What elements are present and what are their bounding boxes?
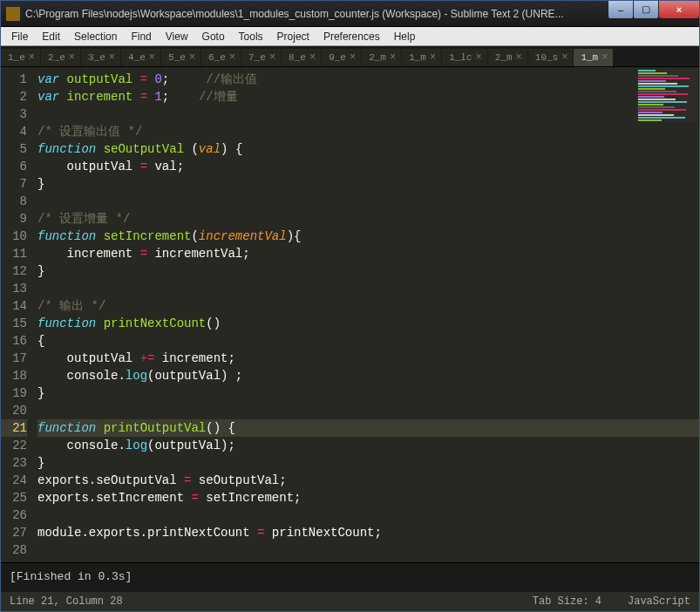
tab-label: 2_m: [369, 52, 386, 63]
line-number: 18: [1, 367, 27, 384]
tab-label: 10_s: [535, 52, 558, 63]
editor-area[interactable]: 1234567891011121314151617181920212223242…: [1, 67, 699, 562]
close-icon[interactable]: ×: [350, 51, 356, 64]
code-line[interactable]: function printOutputVal() {: [37, 419, 699, 437]
menu-find[interactable]: Find: [124, 29, 158, 44]
editor-tab[interactable]: 1_lc×: [442, 49, 487, 66]
close-icon[interactable]: ×: [390, 51, 396, 64]
menu-goto[interactable]: Goto: [195, 29, 232, 44]
code-editor[interactable]: var outputVal = 0; //输出值 var increment =…: [37, 67, 699, 562]
line-number: 27: [1, 524, 27, 541]
line-number: 26: [1, 507, 27, 524]
editor-tab[interactable]: 3_e×: [81, 49, 120, 66]
minimap-line: [638, 96, 664, 98]
close-icon[interactable]: ×: [149, 51, 155, 64]
code-line[interactable]: {: [37, 334, 44, 348]
line-number-gutter: 1234567891011121314151617181920212223242…: [1, 67, 37, 562]
code-line[interactable]: console.log(outputVal);: [37, 439, 235, 452]
minimap[interactable]: [636, 69, 697, 121]
line-number: 23: [1, 454, 27, 472]
minimap-line: [638, 75, 678, 77]
editor-tab[interactable]: 2_m×: [488, 49, 527, 66]
line-number: 14: [1, 297, 27, 315]
editor-tab[interactable]: 1_e×: [1, 49, 40, 66]
code-line[interactable]: }: [37, 456, 44, 470]
code-line[interactable]: var increment = 1; //增量: [37, 90, 238, 104]
code-line[interactable]: /* 输出 */: [37, 299, 105, 313]
minimap-line: [638, 114, 674, 116]
code-line[interactable]: module.exports.printNextCount = printNex…: [37, 526, 382, 540]
code-line[interactable]: function printNextCount(): [37, 316, 221, 330]
editor-tab[interactable]: 9_e×: [322, 49, 361, 66]
minimap-line: [638, 112, 663, 113]
close-button[interactable]: ×: [659, 1, 699, 18]
minimap-line: [638, 88, 665, 90]
status-tab-size[interactable]: Tab Size: 4: [533, 595, 601, 608]
menu-project[interactable]: Project: [270, 29, 316, 44]
line-number: 11: [1, 245, 27, 262]
window-title: C:\Program Files\nodejs\Workspace\module…: [25, 8, 608, 20]
menu-preferences[interactable]: Preferences: [316, 29, 387, 44]
code-line[interactable]: /* 设置输出值 */: [37, 125, 142, 139]
editor-tab[interactable]: 1_m×: [402, 49, 441, 66]
menu-selection[interactable]: Selection: [67, 29, 124, 44]
close-icon[interactable]: ×: [29, 51, 35, 64]
editor-tab[interactable]: 2_e×: [41, 49, 80, 66]
code-line[interactable]: outputVal += increment;: [37, 351, 235, 365]
code-line[interactable]: increment = incrementVal;: [37, 247, 250, 261]
code-line[interactable]: }: [37, 386, 44, 400]
close-icon[interactable]: ×: [189, 51, 195, 64]
code-line[interactable]: /* 设置增量 */: [37, 212, 130, 226]
window-frame: C:\Program Files\nodejs\Workspace\module…: [0, 0, 700, 612]
minimap-line: [638, 72, 667, 74]
close-icon[interactable]: ×: [516, 51, 522, 64]
code-line[interactable]: function setIncrement(incrementVal){: [37, 229, 302, 243]
close-icon[interactable]: ×: [476, 51, 482, 64]
close-icon[interactable]: ×: [430, 51, 436, 64]
code-line[interactable]: }: [37, 264, 44, 278]
editor-tab[interactable]: 10_s×: [528, 49, 574, 66]
tab-label: 7_e: [248, 52, 266, 63]
minimap-line: [638, 99, 676, 100]
code-line[interactable]: exports.seOutputVal = seOutputVal;: [37, 473, 287, 487]
close-icon[interactable]: ×: [109, 51, 115, 64]
close-icon[interactable]: ×: [601, 51, 608, 64]
menu-view[interactable]: View: [159, 29, 195, 44]
menu-file[interactable]: File: [4, 29, 35, 44]
minimap-line: [638, 117, 685, 119]
menu-tools[interactable]: Tools: [232, 29, 270, 44]
menubar: FileEditSelectionFindViewGotoToolsProjec…: [1, 27, 699, 46]
code-line[interactable]: exports.setIncrement = setIncrement;: [37, 491, 301, 505]
close-icon[interactable]: ×: [309, 51, 316, 64]
titlebar[interactable]: C:\Program Files\nodejs\Workspace\module…: [1, 1, 699, 27]
code-line[interactable]: var outputVal = 0; //输出值: [37, 72, 257, 86]
code-line[interactable]: }: [37, 177, 44, 191]
line-number: 24: [1, 472, 27, 489]
minimize-button[interactable]: –: [608, 1, 633, 18]
line-number: 16: [1, 332, 27, 350]
editor-tab[interactable]: 6_e×: [201, 49, 241, 66]
close-icon[interactable]: ×: [561, 51, 567, 64]
tab-label: 4_e: [128, 52, 146, 63]
status-syntax[interactable]: JavaScript: [628, 595, 690, 608]
status-cursor-position[interactable]: Line 21, Column 28: [10, 595, 123, 608]
maximize-button[interactable]: ▢: [634, 1, 658, 18]
menu-edit[interactable]: Edit: [35, 29, 67, 44]
menu-help[interactable]: Help: [387, 29, 423, 44]
close-icon[interactable]: ×: [69, 51, 75, 64]
editor-tab[interactable]: 8_e×: [282, 49, 321, 66]
editor-tab[interactable]: 2_m×: [362, 49, 401, 66]
close-icon[interactable]: ×: [269, 51, 275, 64]
editor-tab[interactable]: 7_e×: [241, 49, 281, 66]
code-line[interactable]: console.log(outputVal) ;: [37, 369, 242, 383]
line-number: 2: [1, 88, 27, 105]
minimap-line: [638, 93, 688, 95]
editor-tab[interactable]: 4_e×: [121, 49, 160, 66]
editor-tab[interactable]: 5_e×: [161, 49, 200, 66]
tab-label: 1_lc: [449, 52, 472, 63]
editor-tab[interactable]: 1_m×: [574, 49, 613, 66]
code-line[interactable]: outputVal = val;: [37, 160, 184, 173]
code-line[interactable]: function seOutputVal (val) {: [37, 142, 242, 156]
close-icon[interactable]: ×: [229, 51, 235, 64]
statusbar: Line 21, Column 28 Tab Size: 4 JavaScrip…: [1, 592, 699, 611]
